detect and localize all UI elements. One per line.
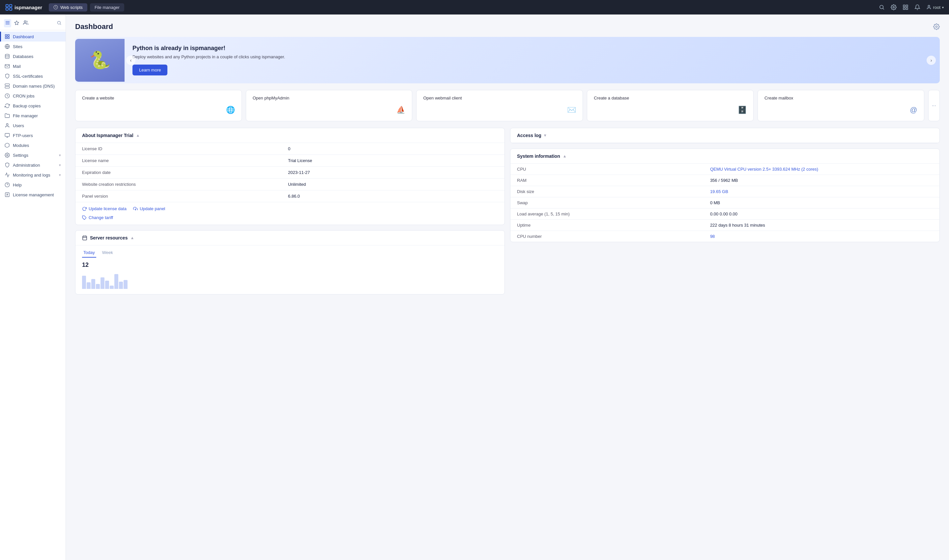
shield-icon — [5, 74, 10, 79]
table-row: RAM 356 / 5962 MB — [510, 175, 940, 186]
svg-marker-15 — [14, 21, 19, 25]
monitoring-expand-icon: ▾ — [59, 173, 61, 177]
settings-nav-icon — [5, 152, 10, 158]
search-icon[interactable] — [879, 4, 885, 10]
sidebar-item-ssl[interactable]: SSL-certificates — [0, 71, 66, 81]
table-row: CPU QEMU Virtual CPU version 2.5+ 3393.6… — [510, 164, 940, 175]
server-resources-header: Server resources ▲ — [75, 231, 504, 245]
layout: Dashboard Sites Databases Mail SSL-certi… — [0, 14, 949, 560]
quick-more-button[interactable]: ··· — [928, 90, 940, 121]
bell-icon[interactable] — [914, 4, 920, 10]
disksize-link[interactable]: 19.65 GB — [710, 189, 728, 194]
learn-more-button[interactable]: Learn more — [132, 65, 167, 75]
main-content: Dashboard 🐍 ‹ Python is already in ispma… — [66, 14, 949, 560]
sidebar-item-settings[interactable]: Settings ▾ — [0, 150, 66, 160]
svg-point-34 — [6, 154, 8, 156]
table-row: Uptime 222 days 8 hours 31 minutes — [510, 220, 940, 231]
sidebar-item-users[interactable]: Users — [0, 120, 66, 131]
sidebar-item-sites[interactable]: Sites — [0, 42, 66, 51]
sidebar-item-cron[interactable]: CRON jobs — [0, 91, 66, 101]
right-column: Access log ▾ System information ▲ CPU — [510, 128, 940, 300]
sidebar-item-license[interactable]: License management — [0, 190, 66, 200]
sidebar-item-dns[interactable]: Domain names (DNS) — [0, 81, 66, 91]
update-license-link[interactable]: Update license data — [82, 206, 126, 211]
svg-rect-26 — [5, 86, 9, 88]
user-single-icon — [5, 123, 10, 128]
sidebar-search-icon[interactable] — [57, 20, 62, 26]
system-info-chevron[interactable]: ▲ — [563, 154, 567, 158]
svg-point-16 — [24, 21, 26, 22]
svg-rect-8 — [906, 5, 907, 6]
quick-create-website[interactable]: Create a website 🌐 — [75, 90, 242, 121]
sidebar-item-modules[interactable]: Modules — [0, 140, 66, 150]
topnav: ispmanager Web scripts File manager root… — [0, 0, 949, 14]
sidebar: Dashboard Sites Databases Mail SSL-certi… — [0, 14, 66, 560]
banner-content: Python is already in ispmanager! Deploy … — [125, 37, 929, 83]
svg-rect-9 — [903, 8, 905, 9]
phpmyadmin-icon: ⛵ — [396, 106, 405, 114]
quick-create-mailbox[interactable]: Create mailbox @ — [758, 90, 924, 121]
tab-file-manager[interactable]: File manager — [90, 3, 124, 12]
sidebar-item-administration[interactable]: Administration ▾ — [0, 160, 66, 170]
logo[interactable]: ispmanager — [5, 4, 42, 11]
sidebar-item-help[interactable]: Help — [0, 180, 66, 190]
server-resources-chevron[interactable]: ▲ — [130, 235, 134, 240]
sidebar-item-databases[interactable]: Databases — [0, 51, 66, 61]
users-icon[interactable] — [22, 19, 29, 27]
about-trial-chevron[interactable]: ▲ — [136, 133, 140, 138]
svg-rect-41 — [83, 236, 87, 240]
topnav-right: root ▾ — [879, 4, 944, 10]
sidebar-item-mail[interactable]: Mail — [0, 61, 66, 71]
resources-tabs: Today Week — [75, 245, 504, 258]
user-menu[interactable]: root ▾ — [926, 5, 944, 10]
svg-rect-31 — [5, 134, 9, 136]
system-info-header: System information ▲ — [510, 149, 940, 164]
chart-value: 12 — [75, 258, 504, 268]
access-log-header: Access log ▾ — [510, 128, 940, 143]
svg-rect-20 — [5, 37, 7, 38]
grid-icon[interactable] — [903, 4, 909, 10]
two-col-layout: About Ispmanager Trial ▲ License ID 0 Li… — [75, 128, 940, 300]
about-trial-body: License ID 0 License name Trial License … — [75, 143, 504, 225]
refresh-icon — [82, 206, 87, 211]
star-icon[interactable] — [13, 20, 20, 27]
change-tariff-link[interactable]: Change tariff — [82, 215, 498, 220]
settings-icon[interactable] — [890, 4, 897, 10]
access-log-card: Access log ▾ — [510, 128, 940, 143]
license-icon — [5, 192, 10, 197]
quick-open-webmail[interactable]: Open webmail client ✉️ — [416, 90, 583, 121]
page-settings-icon[interactable] — [933, 23, 940, 30]
banner-next-button[interactable]: › — [927, 56, 936, 65]
banner-title: Python is already in ispmanager! — [132, 45, 921, 52]
tab-web-scripts[interactable]: Web scripts — [49, 3, 87, 12]
calendar-icon — [82, 235, 87, 240]
tab-today[interactable]: Today — [82, 248, 96, 258]
quick-open-phpmyadmin[interactable]: Open phpMyAdmin ⛵ — [246, 90, 413, 121]
change-tariff-row: Change tariff — [75, 215, 504, 225]
list-icon[interactable] — [4, 19, 11, 27]
svg-rect-1 — [9, 5, 12, 7]
sidebar-item-backup[interactable]: Backup copies — [0, 101, 66, 111]
quick-create-database[interactable]: Create a database 🗄️ — [587, 90, 753, 121]
ftp-icon — [5, 133, 10, 138]
bar — [110, 286, 114, 289]
cpunumber-link[interactable]: 98 — [710, 234, 715, 239]
svg-rect-7 — [903, 5, 905, 6]
tag-icon — [82, 215, 87, 220]
update-panel-link[interactable]: Update panel — [133, 206, 165, 211]
svg-rect-3 — [9, 8, 12, 10]
sidebar-item-dashboard[interactable]: Dashboard — [0, 32, 66, 42]
monitoring-icon — [5, 172, 10, 178]
banner-prev-button[interactable]: ‹ — [126, 56, 136, 65]
bar — [119, 282, 123, 289]
access-log-chevron[interactable]: ▾ — [544, 133, 546, 138]
tab-week[interactable]: Week — [101, 248, 114, 258]
sidebar-item-filemanager[interactable]: File manager — [0, 111, 66, 120]
chart-area — [75, 268, 504, 294]
sidebar-item-monitoring[interactable]: Monitoring and logs ▾ — [0, 170, 66, 180]
cpu-link[interactable]: QEMU Virtual CPU version 2.5+ 3393.624 M… — [710, 167, 818, 172]
sidebar-item-ftpusers[interactable]: FTP-users — [0, 131, 66, 140]
server-resources-body: Today Week 12 — [75, 245, 504, 294]
svg-point-38 — [936, 26, 937, 28]
svg-rect-25 — [5, 84, 9, 85]
